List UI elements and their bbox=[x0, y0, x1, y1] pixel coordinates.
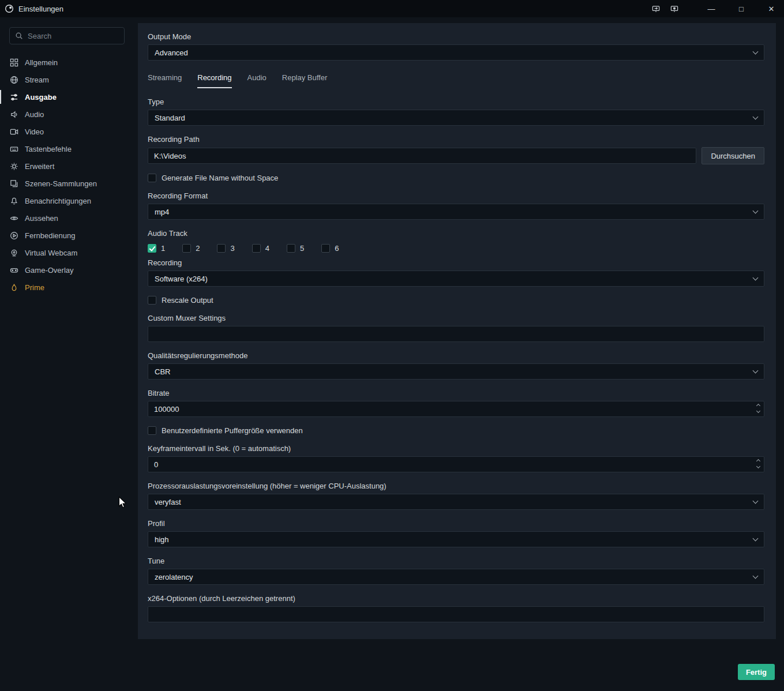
close-button[interactable]: ✕ bbox=[759, 0, 784, 17]
type-select[interactable]: Standard bbox=[148, 110, 764, 126]
globe-icon bbox=[10, 76, 18, 84]
sidebar-item-label: Szenen-Sammlungen bbox=[25, 179, 97, 188]
cpu-preset-value: veryfast bbox=[155, 498, 181, 506]
sidebar-item-label: Benachrichtigungen bbox=[25, 197, 91, 205]
sidebar-item-allgemein[interactable]: Allgemein bbox=[0, 54, 137, 71]
search-icon bbox=[15, 32, 23, 40]
chevron-down-icon bbox=[753, 114, 759, 119]
sidebar-item-benachrichtigungen[interactable]: Benachrichtigungen bbox=[0, 192, 137, 209]
tab-recording[interactable]: Recording bbox=[197, 73, 231, 88]
chevron-down-icon bbox=[753, 535, 759, 541]
audio-track-row: 1 2 3 4 5 6 bbox=[148, 244, 764, 253]
audio-track-6-label: 6 bbox=[335, 244, 339, 253]
audio-track-5-label: 5 bbox=[300, 244, 304, 253]
keyframe-label: Keyframeintervall in Sek. (0 = automatis… bbox=[148, 444, 764, 453]
spin-up-icon[interactable] bbox=[756, 404, 760, 408]
sidebar-item-label: Virtual Webcam bbox=[25, 249, 77, 257]
sidebar-item-erweitert[interactable]: Erweitert bbox=[0, 157, 137, 175]
minimize-button[interactable]: — bbox=[699, 0, 724, 17]
tab-audio[interactable]: Audio bbox=[247, 73, 267, 88]
custom-buffer-label: Benutzerdefinierte Puffergröße verwenden bbox=[162, 426, 303, 435]
done-button[interactable]: Fertig bbox=[738, 664, 775, 680]
profile-select[interactable]: high bbox=[148, 531, 764, 547]
sidebar-item-label: Stream bbox=[25, 76, 49, 84]
sidebar-item-ausgabe[interactable]: Ausgabe bbox=[0, 88, 137, 106]
custom-buffer-checkbox[interactable] bbox=[148, 426, 156, 435]
tune-select[interactable]: zerolatency bbox=[148, 569, 764, 585]
sidebar-item-audio[interactable]: Audio bbox=[0, 106, 137, 123]
monitor-pin-icon[interactable] bbox=[651, 5, 661, 13]
rate-control-select[interactable]: CBR bbox=[148, 363, 764, 380]
sidebar-item-label: Allgemein bbox=[25, 58, 58, 67]
maximize-button[interactable]: □ bbox=[729, 0, 754, 17]
sidebar-item-aussehen[interactable]: Aussehen bbox=[0, 209, 137, 227]
sidebar-item-label: Aussehen bbox=[25, 214, 58, 223]
app-logo-icon bbox=[5, 4, 14, 13]
sidebar-item-fernbedienung[interactable]: Fernbedienung bbox=[0, 227, 137, 244]
encoder-select[interactable]: Software (x264) bbox=[148, 271, 764, 287]
audio-track-3-label: 3 bbox=[230, 244, 234, 253]
output-mode-select[interactable]: Advanced bbox=[148, 44, 764, 61]
audio-track-6-checkbox[interactable] bbox=[321, 244, 330, 253]
audio-track-4-checkbox[interactable] bbox=[252, 244, 261, 253]
recording-path-input[interactable] bbox=[148, 148, 696, 164]
encoder-value: Software (x264) bbox=[155, 275, 208, 283]
sidebar-item-label: Prime bbox=[25, 283, 44, 292]
search-box[interactable] bbox=[9, 27, 125, 44]
tab-replay-buffer[interactable]: Replay Buffer bbox=[282, 73, 328, 88]
sidebar-item-game-overlay[interactable]: Game-Overlay bbox=[0, 261, 137, 279]
audio-track-1-label: 1 bbox=[161, 244, 165, 253]
audio-track-1-checkbox[interactable] bbox=[148, 244, 156, 253]
titlebar: Einstellungen — □ ✕ bbox=[0, 0, 784, 17]
sidebar-item-tastenbefehle[interactable]: Tastenbefehle bbox=[0, 140, 137, 157]
gamepad-icon bbox=[10, 266, 18, 275]
window-title: Einstellungen bbox=[18, 5, 63, 13]
encoder-label: Recording bbox=[148, 258, 764, 267]
spinner-arrows[interactable] bbox=[757, 404, 760, 412]
keyframe-input[interactable] bbox=[148, 456, 764, 472]
spin-down-icon[interactable] bbox=[756, 409, 760, 413]
sidebar-item-szenen-sammlungen[interactable]: Szenen-Sammlungen bbox=[0, 175, 137, 192]
recording-format-select[interactable]: mp4 bbox=[148, 204, 764, 220]
scene-stack-icon bbox=[10, 179, 18, 188]
rescale-output-checkbox[interactable] bbox=[148, 296, 156, 305]
monitor-record-icon[interactable] bbox=[670, 5, 679, 13]
sidebar-item-stream[interactable]: Stream bbox=[0, 71, 137, 88]
audio-track-2-checkbox[interactable] bbox=[182, 244, 191, 253]
sidebar-item-prime[interactable]: Prime bbox=[0, 279, 137, 296]
chevron-down-icon bbox=[753, 573, 759, 579]
x264-options-label: x264-Optionen (durch Leerzeichen getrenn… bbox=[148, 594, 764, 603]
x264-options-input[interactable] bbox=[148, 606, 764, 622]
sidebar-item-virtual-webcam[interactable]: Virtual Webcam bbox=[0, 244, 137, 261]
sidebar-item-label: Erweitert bbox=[25, 162, 54, 171]
chevron-down-icon bbox=[753, 498, 759, 504]
sidebar-item-label: Tastenbefehle bbox=[25, 145, 72, 153]
type-value: Standard bbox=[155, 114, 185, 122]
generate-filename-checkbox[interactable] bbox=[148, 174, 156, 182]
sidebar-item-video[interactable]: Video bbox=[0, 123, 137, 140]
profile-value: high bbox=[155, 535, 169, 544]
tab-streaming[interactable]: Streaming bbox=[148, 73, 182, 88]
browse-button[interactable]: Durchsuchen bbox=[702, 147, 764, 164]
audio-track-4-label: 4 bbox=[265, 244, 269, 253]
rate-control-label: Qualitätsregulierungsmethode bbox=[148, 351, 764, 360]
sidebar-item-label: Game-Overlay bbox=[25, 266, 74, 275]
type-label: Type bbox=[148, 97, 764, 106]
spinner-arrows[interactable] bbox=[757, 460, 760, 468]
tune-value: zerolatency bbox=[155, 573, 193, 581]
keyboard-icon bbox=[10, 145, 18, 153]
remote-play-icon bbox=[10, 231, 18, 240]
audio-track-3-checkbox[interactable] bbox=[217, 244, 226, 253]
spin-down-icon[interactable] bbox=[756, 464, 760, 468]
rescale-output-label: Rescale Output bbox=[162, 296, 213, 305]
spin-up-icon[interactable] bbox=[756, 459, 760, 463]
webcam-icon bbox=[10, 249, 18, 257]
cpu-preset-select[interactable]: veryfast bbox=[148, 494, 764, 510]
search-input[interactable] bbox=[28, 32, 119, 40]
custom-muxer-input[interactable] bbox=[148, 326, 764, 342]
tune-label: Tune bbox=[148, 557, 764, 565]
audio-track-5-checkbox[interactable] bbox=[287, 244, 295, 253]
speaker-icon bbox=[10, 110, 18, 119]
bitrate-input[interactable] bbox=[148, 401, 764, 417]
gear-icon bbox=[10, 162, 18, 171]
